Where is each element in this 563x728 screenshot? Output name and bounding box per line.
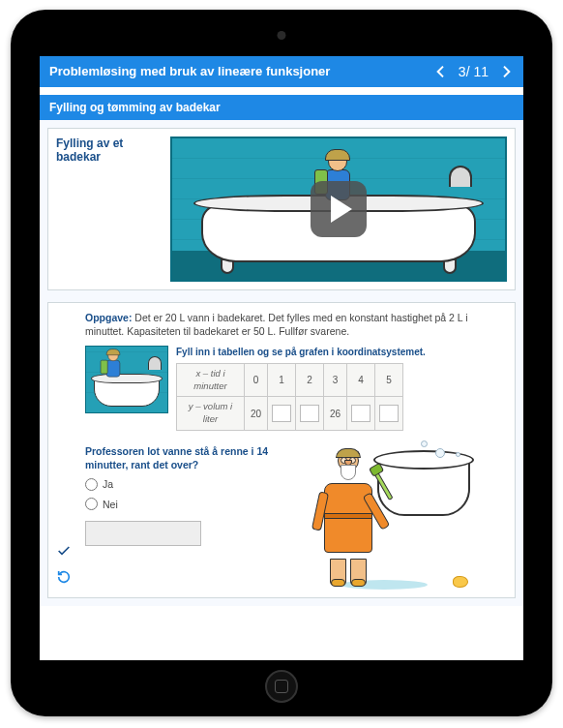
content-area: Fylling av et badekar	[40, 120, 523, 606]
table-row-section: Fyll inn i tabellen og se på grafen i ko…	[85, 346, 507, 431]
fill-instruction: Fyll inn i tabellen og se på grafen i ko…	[176, 346, 426, 359]
x-cell: 0	[245, 363, 268, 397]
radio-no-row[interactable]: Nei	[85, 498, 298, 511]
prev-page-button[interactable]	[433, 64, 449, 79]
lesson-title: Problemløsing med bruk av lineære funksj…	[49, 64, 433, 79]
y-cell-input	[296, 397, 324, 431]
page-sep: /	[466, 64, 470, 79]
x-cell: 1	[268, 363, 296, 397]
page-indicator: 3/ 11	[459, 64, 489, 79]
y-cell-input	[268, 397, 296, 431]
radio-yes-row[interactable]: Ja	[85, 477, 298, 491]
data-table: x – tid i minutter 0 1 2 3 4 5 y – volum…	[176, 363, 403, 431]
header-bar: Problemløsing med bruk av lineære funksj…	[40, 56, 523, 87]
video-thumbnail[interactable]	[170, 136, 507, 282]
page-current: 3	[459, 64, 466, 79]
reset-button[interactable]	[56, 569, 72, 588]
answer-input[interactable]	[85, 521, 201, 546]
task-body: Det er 20 L vann i badekaret. Det fylles…	[85, 312, 468, 337]
professor-standing-icon	[311, 450, 385, 586]
tablet-home-button[interactable]	[265, 670, 298, 703]
tablet-frame: Problemløsing med bruk av lineære funksj…	[11, 10, 552, 716]
video-card: Fylling av et badekar	[47, 128, 516, 290]
x-cell: 2	[296, 363, 324, 397]
task-label: Oppgave:	[85, 312, 132, 323]
table-wrapper: Fyll inn i tabellen og se på grafen i ko…	[176, 346, 426, 431]
next-page-button[interactable]	[498, 64, 514, 79]
x-cell: 4	[347, 363, 375, 397]
task-description: Oppgave: Det er 20 L vann i badekaret. D…	[85, 311, 507, 338]
section-title: Fylling og tømming av badekar	[40, 95, 523, 120]
play-button[interactable]	[311, 181, 367, 237]
radio-yes[interactable]	[85, 478, 98, 491]
y-row-label: y – volum i liter	[177, 397, 245, 431]
y-cell-input	[347, 397, 375, 431]
page-total: 11	[473, 64, 489, 79]
task-card: Oppgave: Det er 20 L vann i badekaret. D…	[47, 302, 516, 598]
radio-yes-label: Ja	[103, 477, 113, 491]
check-icon	[56, 543, 72, 559]
question-text: Professoren lot vanne stå å renne i 14 m…	[85, 444, 298, 471]
task-thumbnail	[85, 346, 168, 413]
task-side-controls	[56, 543, 72, 588]
video-caption: Fylling av et badekar	[56, 136, 163, 164]
reload-icon	[56, 569, 72, 585]
app-screen: Problemløsing med bruk av lineære funksj…	[40, 56, 523, 660]
faucet-icon	[449, 166, 472, 187]
y-cell: 26	[324, 397, 347, 431]
pager: 3/ 11	[433, 64, 514, 79]
y-input-2[interactable]	[300, 405, 319, 422]
y-input-1[interactable]	[272, 405, 291, 422]
tablet-camera	[278, 31, 286, 40]
radio-no[interactable]	[85, 498, 98, 510]
question-left: Professoren lot vanne stå å renne i 14 m…	[85, 444, 298, 546]
bathtub-icon	[377, 458, 470, 516]
x-cell: 3	[324, 363, 347, 397]
professor-illustration	[306, 444, 470, 590]
y-cell-input	[375, 397, 403, 431]
rubber-duck-icon	[453, 576, 468, 588]
radio-no-label: Nei	[103, 498, 118, 511]
question-row: Professoren lot vanne stå å renne i 14 m…	[85, 444, 507, 590]
y-input-5[interactable]	[379, 405, 399, 422]
y-cell: 20	[245, 397, 268, 431]
chevron-right-icon	[498, 64, 514, 79]
x-row-label: x – tid i minutter	[177, 363, 245, 397]
x-cell: 5	[375, 363, 403, 397]
chevron-left-icon	[433, 64, 449, 79]
check-answer-button[interactable]	[56, 543, 72, 561]
y-input-4[interactable]	[351, 405, 370, 422]
